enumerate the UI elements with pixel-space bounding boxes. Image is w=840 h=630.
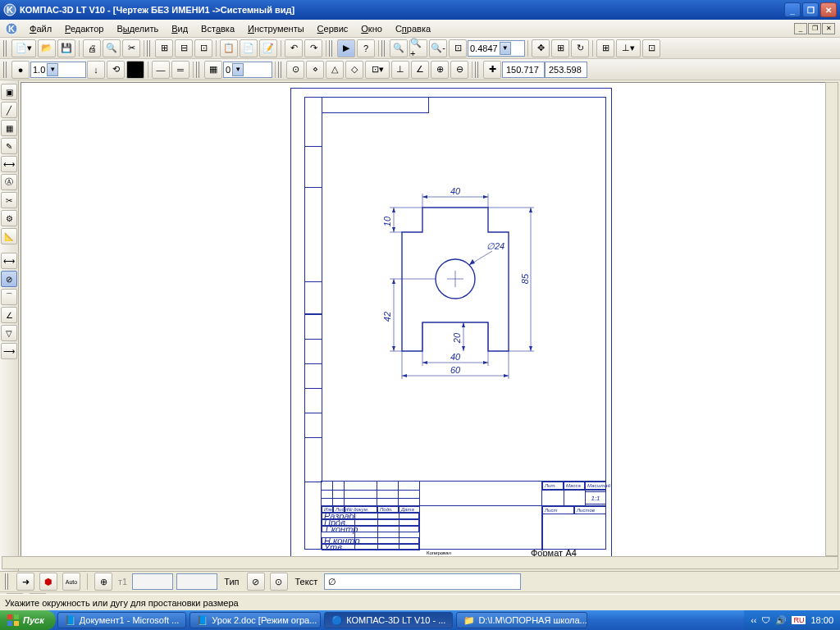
- grip[interactable]: [475, 62, 480, 78]
- mdi-restore[interactable]: ❐: [808, 23, 821, 34]
- snap7[interactable]: ∠: [411, 61, 429, 79]
- snap6[interactable]: ⊥: [391, 61, 409, 79]
- tool-c[interactable]: ⊡: [194, 39, 212, 57]
- start-button[interactable]: Пуск: [0, 610, 56, 630]
- snap3[interactable]: △: [326, 61, 344, 79]
- preview-button[interactable]: 🔍: [103, 39, 121, 57]
- tool-a[interactable]: ⊞: [155, 39, 173, 57]
- auto-icon[interactable]: Auto: [62, 573, 80, 591]
- tool-edit[interactable]: ✂: [1, 192, 17, 208]
- grip[interactable]: [147, 40, 152, 57]
- down-button[interactable]: ↓: [87, 61, 105, 79]
- zoom-in-button[interactable]: 🔍+: [409, 39, 427, 57]
- t1-y-field[interactable]: [176, 573, 217, 590]
- tray-clock[interactable]: 18:00: [810, 615, 833, 625]
- subtool-4[interactable]: ∠: [1, 307, 17, 323]
- task-kompas[interactable]: 🔵 КОМПАС-3D LT V10 - ...: [324, 612, 453, 628]
- snap9[interactable]: ⊖: [450, 61, 468, 79]
- coord-y-field[interactable]: 253.598: [545, 62, 587, 78]
- menu-file[interactable]: Файл: [23, 22, 58, 35]
- tool-b[interactable]: ⊟: [175, 39, 193, 57]
- tray-vol-icon[interactable]: 🔊: [775, 615, 787, 626]
- snap8[interactable]: ⊕: [431, 61, 449, 79]
- state-button[interactable]: ●: [11, 61, 30, 79]
- properties-button[interactable]: 📝: [259, 39, 277, 57]
- tool-line[interactable]: ╱: [1, 102, 17, 118]
- grip[interactable]: [3, 40, 8, 57]
- open-button[interactable]: 📂: [38, 39, 56, 57]
- subtool-6[interactable]: ⟶: [1, 343, 17, 359]
- vertical-scrollbar[interactable]: [825, 82, 838, 556]
- grip[interactable]: [329, 40, 334, 57]
- grip[interactable]: [5, 573, 10, 590]
- grip[interactable]: [381, 40, 386, 57]
- tool-dim[interactable]: ⟷: [1, 156, 17, 172]
- type-radius-icon[interactable]: ⊙: [270, 573, 288, 591]
- subtool-1[interactable]: ⟷: [1, 253, 17, 269]
- zoom-fit-button[interactable]: ⊡: [449, 39, 467, 57]
- menu-view[interactable]: Вид: [165, 22, 194, 35]
- tool-symbol[interactable]: Ⓐ: [1, 174, 17, 190]
- color-button[interactable]: [126, 61, 144, 79]
- subtool-5[interactable]: ▽: [1, 325, 17, 341]
- zoom-window-button[interactable]: 🔍: [390, 39, 408, 57]
- tool-param[interactable]: ⚙: [1, 210, 17, 226]
- cut-button[interactable]: ✂: [122, 39, 140, 57]
- menu-edit[interactable]: Редактор: [58, 22, 110, 35]
- mdi-close[interactable]: ✕: [822, 23, 835, 34]
- snap1[interactable]: ⊙: [286, 61, 304, 79]
- scale-tool[interactable]: ⟲: [107, 61, 125, 79]
- cursor-button[interactable]: ▶: [337, 39, 355, 57]
- close-button[interactable]: ✕: [820, 2, 837, 17]
- menu-tools[interactable]: Инструменты: [241, 22, 311, 35]
- zoom-prev-button[interactable]: ⊞: [551, 39, 569, 57]
- print-button[interactable]: 🖨: [83, 39, 101, 57]
- xy-button[interactable]: ✚: [483, 61, 501, 79]
- stop-icon[interactable]: ⬢: [39, 573, 57, 591]
- layer-combo[interactable]: 0▼: [223, 62, 272, 78]
- tray-chevron-icon[interactable]: ‹‹: [751, 615, 756, 625]
- help-button[interactable]: ?: [357, 39, 375, 57]
- layer-button[interactable]: ▦: [204, 61, 222, 79]
- copy-button[interactable]: 📋: [220, 39, 238, 57]
- coord-x-field[interactable]: 150.717: [502, 62, 545, 78]
- task-word[interactable]: 📘 Документ1 - Microsoft ...: [57, 612, 187, 628]
- subtool-3[interactable]: ⌒: [1, 289, 17, 305]
- menu-window[interactable]: Окно: [354, 22, 389, 35]
- scale-combo[interactable]: 1.0▼: [30, 62, 86, 78]
- zoom-combo[interactable]: 0.4847▼: [468, 40, 525, 57]
- tool-measure[interactable]: 📐: [1, 228, 17, 244]
- undo-button[interactable]: ↶: [285, 39, 303, 57]
- snap4[interactable]: ◇: [345, 61, 363, 79]
- tool-select[interactable]: ▣: [1, 84, 17, 100]
- horizontal-scrollbar[interactable]: [2, 556, 838, 569]
- system-tray[interactable]: ‹‹ 🛡 🔊 RU 18:00: [744, 610, 840, 630]
- subtool-diameter[interactable]: ⊘: [1, 271, 17, 287]
- lineweight-button[interactable]: ═: [171, 61, 189, 79]
- menu-help[interactable]: Справка: [389, 22, 437, 35]
- linetype-button[interactable]: —: [152, 61, 170, 79]
- drawing-canvas[interactable]: 40 85 10 42: [21, 82, 827, 569]
- t1-x-field[interactable]: [132, 573, 173, 590]
- type-diameter-icon[interactable]: ⊘: [247, 573, 265, 591]
- minimize-button[interactable]: _: [784, 2, 801, 17]
- point-icon[interactable]: ⊕: [94, 573, 112, 591]
- new-button[interactable]: 📄▾: [11, 39, 36, 57]
- grip[interactable]: [278, 62, 283, 78]
- maximize-button[interactable]: ❐: [802, 2, 819, 17]
- grip[interactable]: [3, 62, 8, 78]
- menu-insert[interactable]: Вставка: [194, 22, 241, 35]
- snap2[interactable]: ⋄: [306, 61, 324, 79]
- save-button[interactable]: 💾: [57, 39, 75, 57]
- ortho-button[interactable]: ⊥▾: [616, 39, 641, 57]
- tray-shield-icon[interactable]: 🛡: [761, 615, 770, 625]
- refresh-button[interactable]: ↻: [571, 39, 589, 57]
- tray-lang-icon[interactable]: RU: [792, 616, 806, 624]
- pan-button[interactable]: ✥: [532, 39, 550, 57]
- task-word2[interactable]: 📘 Урок 2.doc [Режим огра...: [189, 612, 321, 628]
- grip[interactable]: [196, 62, 201, 78]
- mdi-minimize[interactable]: _: [794, 23, 807, 34]
- apply-icon[interactable]: ➜: [16, 573, 34, 591]
- task-explorer[interactable]: 📁 D:\I.М\ОПОРНАЯ школа...: [456, 612, 587, 628]
- grid-button[interactable]: ⊞: [596, 39, 614, 57]
